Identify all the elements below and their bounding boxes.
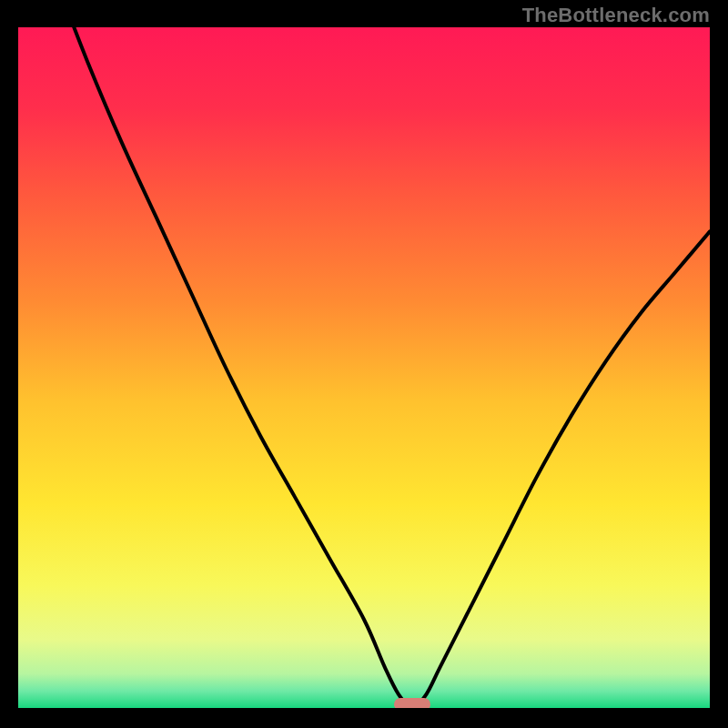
bottleneck-curve — [18, 27, 710, 708]
minimum-marker — [394, 698, 430, 708]
watermark-text: TheBottleneck.com — [522, 4, 710, 27]
stage: TheBottleneck.com — [0, 0, 728, 728]
bottleneck-chart — [18, 27, 710, 708]
